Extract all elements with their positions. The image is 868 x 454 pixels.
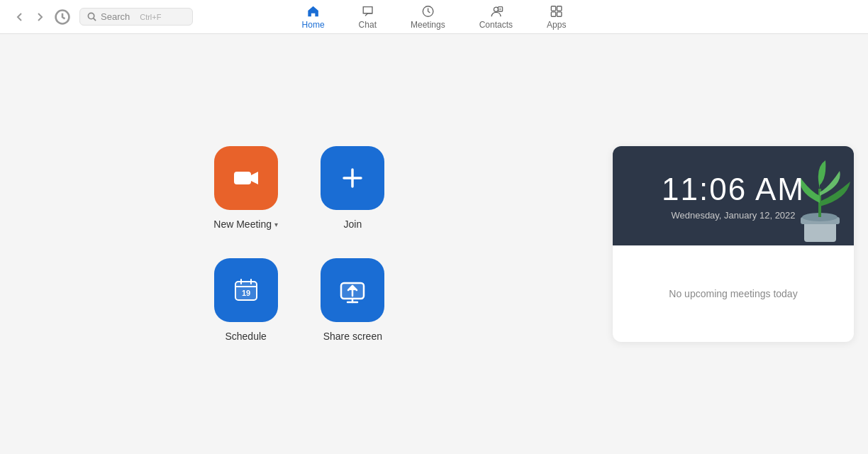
right-panel: 11:06 AM Wednesday, January 12, 2022 No … xyxy=(599,34,868,454)
calendar-icon: 19 xyxy=(230,275,262,306)
search-icon xyxy=(87,12,96,21)
chevron-icon: ▾ xyxy=(274,221,278,228)
search-box[interactable]: Search Ctrl+F xyxy=(79,8,193,26)
new-meeting-label: New Meeting ▾ xyxy=(213,218,278,230)
svg-rect-11 xyxy=(234,172,251,184)
svg-rect-8 xyxy=(557,6,562,10)
tab-apps[interactable]: Apps xyxy=(530,1,583,33)
history-button[interactable] xyxy=(54,9,71,26)
calendar-card: 11:06 AM Wednesday, January 12, 2022 No … xyxy=(613,146,854,342)
nav-arrows xyxy=(11,9,71,26)
topbar: Search Ctrl+F Home Chat Meetings xyxy=(0,0,868,34)
join-label: Join xyxy=(344,218,362,230)
back-button[interactable] xyxy=(11,9,28,26)
calendar-body: No upcoming meetings today xyxy=(613,245,854,342)
share-screen-icon-bg xyxy=(321,258,384,322)
date-display: Wednesday, January 12, 2022 xyxy=(671,210,795,221)
calendar-header: 11:06 AM Wednesday, January 12, 2022 xyxy=(613,146,854,245)
svg-point-1 xyxy=(88,13,94,18)
left-panel: New Meeting ▾ Join xyxy=(0,34,599,454)
svg-rect-9 xyxy=(551,11,555,16)
video-camera-icon xyxy=(230,162,262,194)
join-item[interactable]: Join xyxy=(321,146,384,230)
search-label: Search xyxy=(101,11,130,22)
svg-line-2 xyxy=(94,18,96,21)
main-content: New Meeting ▾ Join xyxy=(0,34,868,454)
schedule-icon-bg: 19 xyxy=(214,258,278,322)
join-icon-bg xyxy=(321,146,384,210)
schedule-item[interactable]: 19 Schedule xyxy=(214,258,278,342)
new-meeting-item[interactable]: New Meeting ▾ xyxy=(213,146,278,230)
search-shortcut: Ctrl+F xyxy=(140,13,161,21)
clock-display: 11:06 AM xyxy=(662,172,805,207)
svg-text:19: 19 xyxy=(242,289,250,297)
svg-rect-10 xyxy=(557,11,562,16)
new-meeting-icon-bg xyxy=(214,146,278,210)
tab-chat[interactable]: Chat xyxy=(342,1,394,33)
svg-rect-7 xyxy=(551,6,555,10)
nav-tabs: Home Chat Meetings Cont xyxy=(285,1,584,33)
action-grid: New Meeting ▾ Join xyxy=(213,146,384,342)
share-screen-item[interactable]: Share screen xyxy=(321,258,384,342)
plus-icon xyxy=(337,162,368,194)
schedule-label: Schedule xyxy=(225,331,266,342)
share-screen-icon xyxy=(337,275,368,306)
tab-contacts[interactable]: Contacts xyxy=(462,1,530,33)
forward-button[interactable] xyxy=(31,9,48,26)
tab-meetings[interactable]: Meetings xyxy=(394,1,462,33)
share-screen-label: Share screen xyxy=(323,331,382,342)
no-meetings-text: No upcoming meetings today xyxy=(669,288,797,299)
tab-home[interactable]: Home xyxy=(285,1,342,33)
